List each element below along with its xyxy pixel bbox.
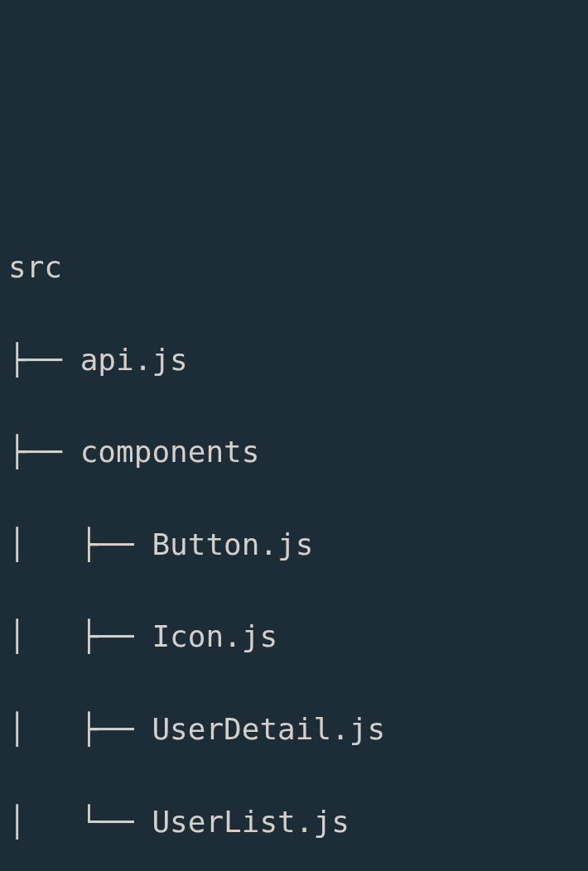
tree-root: src: [8, 244, 580, 291]
tree-item-userdetail-js: │ ├── UserDetail.js: [8, 706, 580, 753]
tree-folder-components: ├── components: [8, 429, 580, 475]
tree-item-api-js: ├── api.js: [8, 337, 580, 383]
tree-item-userlist-js: │ └── UserList.js: [8, 799, 580, 845]
tree-item-button-js: │ ├── Button.js: [8, 522, 580, 568]
file-tree: src ├── api.js ├── components │ ├── Butt…: [8, 198, 580, 871]
tree-item-icon-js: │ ├── Icon.js: [8, 614, 580, 660]
